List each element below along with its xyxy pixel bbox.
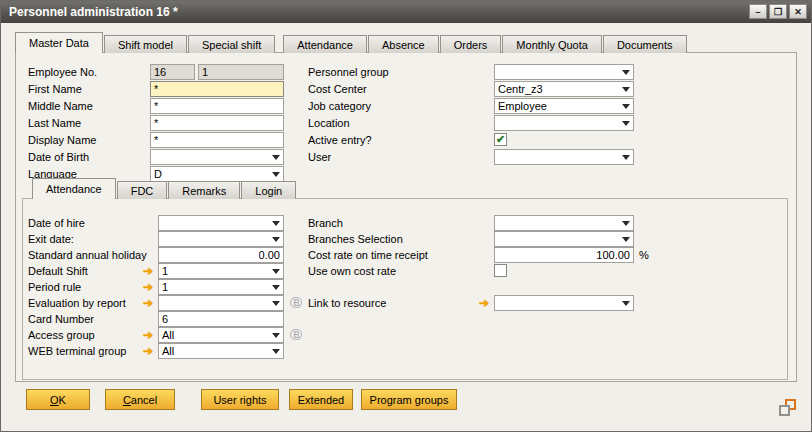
standard-annual-holiday-field[interactable]: 0.00 (158, 247, 284, 263)
tab-label: Shift model (118, 39, 173, 51)
minimize-button[interactable]: – (749, 4, 767, 19)
tab-shift-model[interactable]: Shift model (104, 35, 187, 53)
user-rights-button-label: User rights (213, 394, 266, 406)
form-row: Exit date: Branches Selection (16, 231, 796, 248)
cost-center-select[interactable]: Centr_z3 (494, 81, 634, 97)
personnel-administration-window: Personnel administration 16 * – ❒ ✕ Mast… (0, 0, 812, 432)
cancel-button[interactable]: Cancel (105, 389, 175, 410)
ok-button[interactable]: OK (26, 389, 90, 410)
chevron-down-icon (622, 155, 630, 160)
employee-seq-field[interactable]: 1 (198, 64, 284, 80)
link-arrow-icon[interactable]: ➔ (143, 297, 153, 309)
period-rule-select[interactable]: 1 (158, 279, 284, 295)
middle-name-label: Middle Name (28, 100, 93, 112)
middle-name-field[interactable]: * (150, 98, 284, 114)
browse-icon[interactable]: Ⓑ (290, 328, 302, 342)
close-icon: ✕ (794, 7, 802, 17)
employee-no-field[interactable]: 16 (150, 64, 195, 80)
tab-label: Monthly Quota (516, 39, 588, 51)
tab-label: FDC (131, 185, 154, 197)
tab-documents[interactable]: Documents (603, 35, 687, 53)
chevron-down-icon (622, 104, 630, 109)
chevron-down-icon (622, 121, 630, 126)
personnel-group-label: Personnel group (308, 66, 389, 78)
branches-selection-label: Branches Selection (308, 233, 403, 245)
personnel-group-select[interactable] (494, 64, 634, 80)
tab-absence[interactable]: Absence (368, 35, 439, 53)
date-of-hire-select[interactable] (158, 215, 284, 231)
subtab-attendance[interactable]: Attendance (32, 178, 116, 199)
tab-attendance[interactable]: Attendance (283, 35, 367, 53)
link-to-resource-select[interactable] (494, 295, 634, 311)
last-name-field[interactable]: * (150, 115, 284, 131)
employee-seq-value: 1 (202, 66, 208, 78)
subtab-login[interactable]: Login (241, 181, 296, 199)
chevron-down-icon (272, 301, 280, 306)
close-button[interactable]: ✕ (789, 4, 807, 19)
browse-icon[interactable]: Ⓑ (290, 296, 302, 310)
tab-special-shift[interactable]: Special shift (188, 35, 275, 53)
subtab-remarks[interactable]: Remarks (168, 181, 240, 199)
display-name-field[interactable]: * (150, 132, 284, 148)
chevron-down-icon (272, 221, 280, 226)
link-arrow-icon[interactable]: ➔ (143, 345, 153, 357)
location-select[interactable] (494, 115, 634, 131)
active-entry-checkbox[interactable]: ✔ (494, 133, 507, 146)
subtab-fdc[interactable]: FDC (117, 181, 168, 199)
exit-date-select[interactable] (158, 231, 284, 247)
percent-sign: % (639, 249, 649, 261)
form-row: Evaluation by report ➔ Ⓑ Link to resourc… (16, 295, 796, 312)
default-shift-select[interactable]: 1 (158, 263, 284, 279)
link-arrow-icon[interactable]: ➔ (479, 297, 489, 309)
maximize-button[interactable]: ❒ (769, 4, 787, 19)
card-number-field[interactable]: 6 (158, 311, 284, 327)
user-select[interactable] (494, 149, 634, 165)
link-arrow-icon[interactable]: ➔ (143, 329, 153, 341)
period-rule-value: 1 (162, 281, 168, 293)
chevron-down-icon (272, 349, 280, 354)
cancel-button-label: Cancel (123, 394, 157, 406)
branch-select[interactable] (494, 215, 634, 231)
link-arrow-icon[interactable]: ➔ (143, 281, 153, 293)
form-row: First Name * Cost Center Centr_z3 (16, 81, 796, 98)
resize-grip[interactable] (779, 399, 796, 416)
tab-master-data[interactable]: Master Data (15, 32, 103, 53)
access-group-label: Access group (28, 329, 95, 341)
middle-name-value: * (154, 100, 158, 112)
first-name-field[interactable]: * (150, 81, 284, 97)
display-name-label: Display Name (28, 134, 96, 146)
user-rights-button[interactable]: User rights (201, 389, 279, 410)
access-group-select[interactable]: All (158, 327, 284, 343)
extended-button[interactable]: Extended (289, 389, 353, 410)
tab-monthly-quota[interactable]: Monthly Quota (502, 35, 602, 53)
cost-rate-field[interactable]: 100.00 (494, 247, 634, 263)
tab-orders[interactable]: Orders (440, 35, 502, 53)
job-category-select[interactable]: Employee (494, 98, 634, 114)
date-of-birth-select[interactable] (150, 149, 284, 165)
user-label: User (308, 151, 331, 163)
form-row: Middle Name * Job category Employee (16, 98, 796, 115)
use-own-cost-rate-checkbox[interactable] (494, 264, 507, 277)
date-of-hire-label: Date of hire (28, 217, 85, 229)
minimize-icon: – (755, 7, 760, 17)
form-row: WEB terminal group ➔ All (16, 343, 796, 360)
form-row: Employee No. 16 1 Personnel group (16, 64, 796, 81)
tab-label: Login (255, 185, 282, 197)
branches-selection-select[interactable] (494, 231, 634, 247)
evaluation-by-report-select[interactable] (158, 295, 284, 311)
checkmark-icon: ✔ (496, 133, 505, 145)
employee-no-value: 16 (154, 66, 166, 78)
tab-label: Attendance (46, 183, 102, 195)
form-row: Date of Birth User (16, 149, 796, 166)
default-shift-label: Default Shift (28, 265, 88, 277)
cost-center-label: Cost Center (308, 83, 367, 95)
chevron-down-icon (272, 172, 280, 177)
title-bar[interactable]: Personnel administration 16 * – ❒ ✕ (1, 1, 811, 23)
maximize-icon: ❒ (774, 7, 782, 17)
link-arrow-icon[interactable]: ➔ (143, 265, 153, 277)
use-own-cost-rate-label: Use own cost rate (308, 265, 396, 277)
web-terminal-group-select[interactable]: All (158, 343, 284, 359)
exit-date-label: Exit date: (28, 233, 74, 245)
form-row: Card Number 6 (16, 311, 796, 328)
program-groups-button[interactable]: Program groups (361, 389, 457, 410)
